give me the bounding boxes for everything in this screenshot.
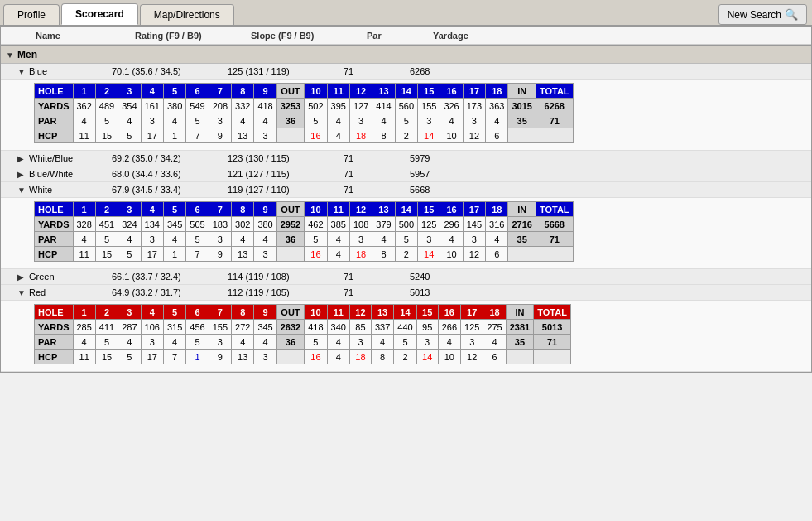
blue-white-chevron[interactable]: ▶ [17,170,29,179]
tab-scorecard[interactable]: Scorecard [61,3,138,25]
new-search-label: New Search [728,9,781,21]
blue-hcp-row: HCP 1115517179133 16418821410126 [35,128,574,143]
blue-par-row: PAR 454345344 36 543453434 35 71 [35,113,574,128]
new-search-button[interactable]: New Search 🔍 [718,4,807,25]
green-chevron[interactable]: ▶ [17,273,29,282]
red-hole-row: HOLE 123456789 OUT 101112131415161718 IN… [35,305,571,320]
white-blue-chevron[interactable]: ▶ [17,154,29,163]
col-header-name: Name [36,31,135,41]
green-rating: 66.1 (33.7 / 32.4) [112,272,228,282]
red-yards-row: YARDS 285411287106315456155272345 2632 4… [35,320,571,335]
course-blue: ▼ Blue 70.1 (35.6 / 34.5) 125 (131 / 119… [1,64,811,80]
blue-scorecard: HOLE 123456789 OUT 101112131415161718 IN… [1,80,811,151]
blue-par: 71 [344,66,410,76]
white-blue-rating: 69.2 (35.0 / 34.2) [112,153,228,163]
white-hcp-row: HCP 1115517179133 16418821410126 [35,247,574,262]
blue-white-rating: 68.0 (34.4 / 33.6) [112,169,228,179]
white-scorecard: HOLE 123456789 OUT 101112131415161718 IN… [1,198,811,269]
blue-yardage: 6268 [410,66,492,76]
course-white: ▼ White 67.9 (34.5 / 33.4) 119 (127 / 11… [1,182,811,198]
red-chevron[interactable]: ▼ [17,288,29,297]
blue-white-name: Blue/White [29,169,112,179]
white-par-row: PAR 454345344 36 543453434 35 71 [35,232,574,247]
red-slope: 112 (119 / 105) [228,287,344,297]
blue-white-yardage: 5957 [410,169,492,179]
blue-white-slope: 121 (127 / 115) [228,169,344,179]
tab-profile[interactable]: Profile [3,4,60,25]
search-icon: 🔍 [785,8,798,21]
white-chevron[interactable]: ▼ [17,186,29,195]
white-yards-row: YARDS 328451324134345505183302380 2952 4… [35,217,574,232]
green-yardage: 5240 [410,272,492,282]
white-blue-yardage: 5979 [410,153,492,163]
blue-hole-row: HOLE 123456789 OUT 101112131415161718 IN… [35,84,574,99]
col-header-slope: Slope (F9 / B9) [251,31,367,41]
red-par-row: PAR 454345344 36 543453434 35 71 [35,335,571,350]
main-content: Name Rating (F9 / B9) Slope (F9 / B9) Pa… [0,27,812,373]
red-hcp-row: HCP 1115517719133 16418821410126 [35,350,571,364]
blue-slope: 125 (131 / 119) [228,66,344,76]
green-par: 71 [344,272,410,282]
white-rating: 67.9 (34.5 / 33.4) [112,185,228,195]
men-label: Men [17,49,84,60]
course-blue-white: ▶ Blue/White 68.0 (34.4 / 33.6) 121 (127… [1,166,811,182]
course-green: ▶ Green 66.1 (33.7 / 32.4) 114 (119 / 10… [1,269,811,285]
app-container: Profile Scorecard Map/Directions New Sea… [0,0,812,373]
col-header-yardage: Yardage [433,31,516,41]
white-scorecard-table: HOLE 123456789 OUT 101112131415161718 IN… [34,201,574,262]
green-name: Green [29,272,112,282]
blue-chevron[interactable]: ▼ [17,67,29,76]
green-slope: 114 (119 / 108) [228,272,344,282]
blue-rating: 70.1 (35.6 / 34.5) [112,66,228,76]
blue-scorecard-table: HOLE 123456789 OUT 101112131415161718 IN… [34,83,574,143]
men-chevron[interactable]: ▼ [6,51,17,60]
white-yardage: 5668 [410,185,492,195]
col-header-rating: Rating (F9 / B9) [135,31,251,41]
tab-bar: Profile Scorecard Map/Directions New Sea… [0,0,812,27]
red-name: Red [29,287,112,297]
white-blue-par: 71 [344,153,410,163]
col-header-par: Par [367,31,433,41]
course-white-blue: ▶ White/Blue 69.2 (35.0 / 34.2) 123 (130… [1,151,811,166]
white-par: 71 [344,185,410,195]
red-par: 71 [344,287,410,297]
blue-white-par: 71 [344,169,410,179]
course-red: ▼ Red 64.9 (33.2 / 31.7) 112 (119 / 105)… [1,285,811,301]
tab-map[interactable]: Map/Directions [140,4,234,25]
white-blue-slope: 123 (130 / 115) [228,153,344,163]
blue-name: Blue [29,66,112,76]
white-slope: 119 (127 / 110) [228,185,344,195]
column-headers: Name Rating (F9 / B9) Slope (F9 / B9) Pa… [1,27,811,45]
red-rating: 64.9 (33.2 / 31.7) [112,287,228,297]
red-yardage: 5013 [410,287,492,297]
white-blue-name: White/Blue [29,153,112,163]
red-scorecard-table: HOLE 123456789 OUT 101112131415161718 IN… [34,304,571,364]
white-hole-row: HOLE 123456789 OUT 101112131415161718 IN… [35,202,574,217]
white-name: White [29,185,112,195]
group-men: ▼ Men [1,46,811,64]
red-scorecard: HOLE 123456789 OUT 101112131415161718 IN… [1,301,811,372]
blue-yards-row: YARDS 362489354161380549208332418 3253 5… [35,99,574,113]
